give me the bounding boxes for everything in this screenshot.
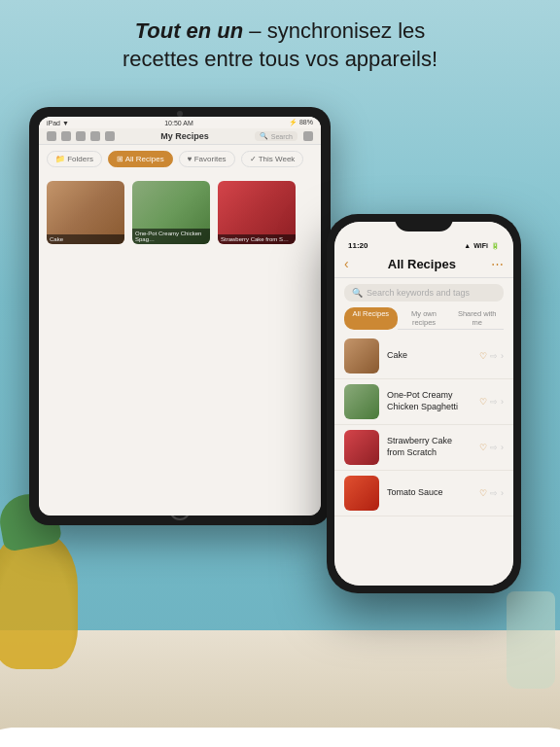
subtab-my-recipes[interactable]: My own recipes [398, 307, 451, 330]
header-suffix: – synchronisez les [243, 18, 425, 43]
signal-icon: ▲ [464, 242, 471, 249]
phone-status-icons: ▲ WiFi 🔋 [464, 242, 500, 250]
tablet-status-time: 10:50 AM [164, 120, 193, 126]
share-icon-chicken[interactable]: ⇨ [490, 397, 498, 407]
recipe-item-strawberry[interactable]: Strawberry Cake from Scratch ♡ ⇨ › [334, 425, 513, 471]
wifi-icon: WiFi [473, 242, 488, 249]
phone-search-icon: 🔍 [352, 288, 363, 298]
heart-icon-cake[interactable]: ♡ [479, 351, 487, 361]
thumb-chicken [344, 384, 379, 419]
chevron-icon-chicken[interactable]: › [501, 397, 504, 407]
phone-header: ‹ All Recipes ⋯ [334, 252, 513, 278]
settings-icon[interactable] [47, 131, 56, 141]
recipe-label-chicken: One-Pot Creamy Chicken Spag… [132, 229, 210, 244]
tablet-status-right: ⚡ 88% [289, 119, 313, 126]
tab-folders[interactable]: 📁 Folders [47, 151, 102, 167]
thumb-strawberry-img [344, 430, 379, 465]
tablet-device: iPad ▼ 10:50 AM ⚡ 88% My Recipes 🔍 Searc… [29, 107, 331, 525]
tablet-screen-container: iPad ▼ 10:50 AM ⚡ 88% My Recipes 🔍 Searc… [39, 117, 321, 516]
header-section: Tout en un – synchronisez les recettes e… [0, 18, 560, 73]
back-button[interactable]: ‹ [344, 256, 349, 271]
recipe-actions-tomato: ♡ ⇨ › [479, 488, 504, 498]
recipe-name-tomato: Tomato Sauce [387, 487, 472, 499]
heart-icon-strawberry[interactable]: ♡ [479, 443, 487, 452]
tablet-status-left: iPad ▼ [47, 120, 69, 126]
thumb-tomato [344, 476, 379, 511]
add-icon[interactable] [303, 131, 313, 141]
pineapple-decoration [0, 533, 78, 669]
thumb-cake [344, 338, 379, 374]
chevron-icon-tomato[interactable]: › [501, 488, 504, 498]
header-line1: Tout en un – synchronisez les [29, 18, 531, 46]
tablet-screen: iPad ▼ 10:50 AM ⚡ 88% My Recipes 🔍 Searc… [39, 117, 321, 516]
jar-decoration [507, 591, 555, 689]
phone-device: 11:20 ▲ WiFi 🔋 ‹ All Recipes ⋯ 🔍 Search … [327, 214, 521, 593]
phone-screen: 11:20 ▲ WiFi 🔋 ‹ All Recipes ⋯ 🔍 Search … [334, 222, 513, 586]
recipe-label-cake: Cake [47, 234, 124, 244]
phone-search[interactable]: 🔍 Search keywords and tags [344, 284, 504, 302]
recipe-item-tomato[interactable]: Tomato Sauce ♡ ⇨ › [334, 471, 513, 516]
phone-subtabs: All Recipes My own recipes Shared with m… [334, 307, 513, 334]
heart-icon-chicken[interactable]: ♡ [479, 397, 487, 407]
recipe-actions-chicken: ♡ ⇨ › [479, 397, 504, 407]
heart-icon: ♥ [188, 155, 194, 163]
tab-this-week[interactable]: ✓ This Week [241, 151, 304, 167]
tablet-title: My Recipes [115, 131, 255, 141]
share-icon-cake[interactable]: ⇨ [490, 351, 498, 361]
tab-favorites[interactable]: ♥ Favorites [179, 151, 235, 167]
mic-icon[interactable] [105, 131, 115, 141]
check-icon: ✓ [250, 155, 259, 163]
heart-icon-tomato[interactable]: ♡ [479, 488, 487, 498]
phone-time: 11:20 [348, 241, 368, 250]
phone-recipe-list: Cake ♡ ⇨ › One-Pot CreamyChicken Spaghet… [334, 334, 513, 516]
tab-all-recipes[interactable]: ⊞ All Recipes [108, 151, 173, 167]
tablet-recipe-card-2[interactable]: One-Pot Creamy Chicken Spag… [132, 181, 210, 244]
scallop-border [0, 728, 560, 747]
phone-screen-container: 11:20 ▲ WiFi 🔋 ‹ All Recipes ⋯ 🔍 Search … [334, 222, 513, 586]
grid-sm-icon: ⊞ [117, 155, 125, 163]
tablet-recipe-card-3[interactable]: Strawberry Cake from S… [218, 181, 296, 244]
tags-icon[interactable] [90, 131, 100, 141]
subtab-shared[interactable]: Shared with me [450, 307, 504, 330]
search-placeholder: Search [271, 133, 293, 140]
thumb-strawberry [344, 430, 379, 465]
tablet-recipe-grid: Cake One-Pot Creamy Chicken Spag… Strawb… [39, 173, 321, 252]
battery-icon: 🔋 [491, 242, 500, 250]
chevron-icon-strawberry[interactable]: › [501, 443, 504, 452]
chevron-icon-cake[interactable]: › [501, 351, 504, 361]
share-icon-tomato[interactable]: ⇨ [490, 488, 498, 498]
header-bold: Tout en un [135, 18, 244, 43]
recipe-name-chicken: One-Pot CreamyChicken Spaghetti [387, 390, 472, 412]
recipe-item-cake[interactable]: Cake ♡ ⇨ › [334, 334, 513, 379]
phone-search-placeholder: Search keywords and tags [367, 288, 470, 298]
phone-notch [395, 214, 453, 231]
tablet-left-icons [47, 131, 115, 141]
thumb-chicken-img [344, 384, 379, 419]
share-icon-strawberry[interactable]: ⇨ [490, 443, 498, 452]
header-line2: recettes entre tous vos appareils! [29, 46, 531, 74]
tablet-search[interactable]: 🔍 Search [255, 131, 298, 141]
folder-icon: 📁 [55, 155, 67, 163]
phone-title: All Recipes [353, 257, 491, 271]
recipe-name-strawberry: Strawberry Cake from Scratch [387, 436, 472, 458]
tablet-tabs: 📁 Folders ⊞ All Recipes ♥ Favorites ✓ Th… [39, 145, 321, 173]
more-button[interactable]: ⋯ [491, 257, 504, 271]
recipe-actions-cake: ♡ ⇨ › [479, 351, 504, 361]
search-icon: 🔍 [260, 132, 268, 140]
surface [0, 630, 560, 747]
thumb-cake-img [344, 338, 379, 374]
recipe-item-chicken[interactable]: One-Pot CreamyChicken Spaghetti ♡ ⇨ › [334, 379, 513, 425]
recipe-name-cake: Cake [387, 350, 472, 362]
tablet-recipe-card-1[interactable]: Cake [47, 181, 124, 244]
grid-icon[interactable] [76, 131, 86, 141]
recipe-label-strawberry: Strawberry Cake from S… [218, 234, 296, 244]
thumb-tomato-img [344, 476, 379, 511]
recipe-actions-strawberry: ♡ ⇨ › [479, 443, 504, 452]
tablet-statusbar: iPad ▼ 10:50 AM ⚡ 88% [39, 117, 321, 128]
tablet-toolbar: My Recipes 🔍 Search [39, 128, 321, 145]
subtab-all-recipes[interactable]: All Recipes [344, 307, 398, 330]
bookmarks-icon[interactable] [61, 131, 71, 141]
